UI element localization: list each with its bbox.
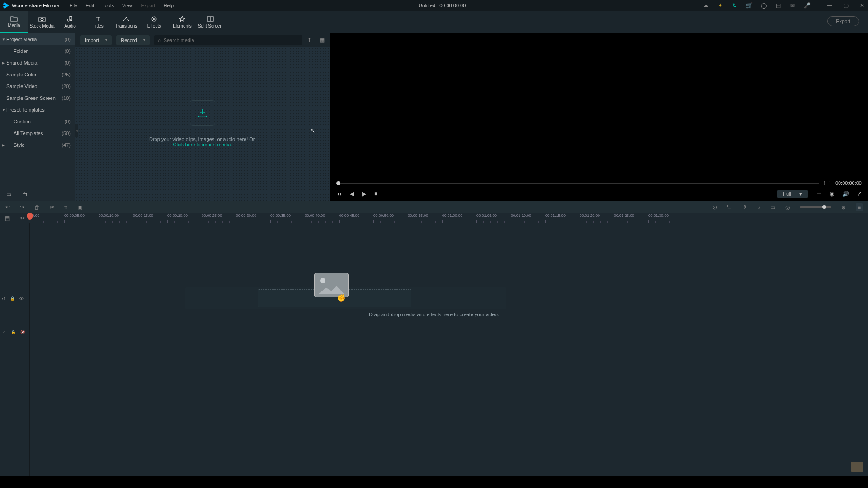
render-icon[interactable]: ⊙: [712, 204, 717, 211]
menu-view[interactable]: View: [122, 3, 133, 8]
tab-audio[interactable]: Audio: [56, 11, 84, 33]
expand-arrow-icon[interactable]: ▼: [2, 108, 5, 112]
record-button[interactable]: Record▾: [116, 35, 149, 45]
zoom-slider[interactable]: [800, 206, 831, 208]
crop-icon[interactable]: ⌗: [64, 204, 67, 211]
menu-tools[interactable]: Tools: [102, 3, 114, 8]
expand-arrow-icon[interactable]: ▶: [2, 143, 5, 147]
sidebar-item[interactable]: Folder(0): [0, 45, 75, 57]
timeline-settings-icon[interactable]: ≡: [856, 203, 863, 211]
expand-arrow-icon[interactable]: ▶: [2, 61, 5, 65]
ruler-subtick: [621, 221, 621, 223]
user-icon[interactable]: ◯: [760, 2, 767, 9]
expand-icon[interactable]: ⤢: [857, 191, 862, 197]
cart-icon[interactable]: 🛒: [746, 2, 752, 9]
lock-icon[interactable]: 🔒: [10, 296, 15, 301]
volume-icon[interactable]: 🔊: [842, 191, 849, 197]
voiceover-icon[interactable]: 🎙: [742, 204, 748, 211]
sidebar-item[interactable]: Sample Green Screen(10): [0, 92, 75, 104]
mixer-icon[interactable]: ♪: [758, 204, 760, 211]
speed-icon[interactable]: ▣: [77, 204, 82, 211]
cut-icon[interactable]: ✂: [50, 204, 54, 211]
magnet-icon[interactable]: ✂: [20, 215, 25, 221]
sidebar-item[interactable]: ▼Preset Templates: [0, 104, 75, 116]
menu-edit[interactable]: Edit: [85, 3, 94, 8]
snapshot-icon[interactable]: ◉: [830, 191, 834, 197]
sidebar-item[interactable]: Sample Color(25): [0, 69, 75, 80]
sidebar-item-count: (10): [61, 95, 71, 101]
ruler-subtick: [642, 221, 642, 223]
adjust-icon[interactable]: ▭: [770, 204, 775, 211]
zoom-fit-icon[interactable]: ⊕: [841, 204, 846, 211]
maximize-icon[interactable]: ▢: [843, 2, 849, 9]
tab-titles[interactable]: Titles: [84, 11, 112, 33]
play-back-icon[interactable]: ◀: [350, 191, 354, 197]
search-input-wrap[interactable]: ⌕: [154, 35, 302, 45]
refresh-icon[interactable]: ↻: [731, 2, 738, 9]
tab-transitions[interactable]: Transitions: [112, 11, 140, 33]
media-drop-area[interactable]: ◂ Drop your video clips, images, or audi…: [75, 47, 330, 201]
lock-icon[interactable]: 🔒: [11, 330, 16, 334]
ruler-subtick: [635, 221, 635, 223]
play-icon[interactable]: ▶: [362, 191, 366, 197]
search-input[interactable]: [164, 38, 299, 43]
video-track-header[interactable]: ▪1 🔒 👁: [2, 296, 24, 301]
sidebar-item[interactable]: ▼Project Media(0): [0, 33, 75, 45]
tab-stock-media[interactable]: Stock Media: [28, 11, 56, 33]
visibility-icon[interactable]: 👁: [19, 296, 24, 301]
scrubber-head-icon[interactable]: [336, 181, 340, 185]
close-icon[interactable]: ✕: [859, 2, 865, 9]
undo-icon[interactable]: ↶: [5, 204, 10, 211]
tab-split-screen[interactable]: Split Screen: [196, 11, 224, 33]
expand-arrow-icon[interactable]: ▼: [2, 38, 5, 42]
export-button[interactable]: Export: [827, 16, 859, 26]
new-bin-icon[interactable]: ▭: [6, 191, 11, 197]
grid-icon[interactable]: ▦: [320, 37, 325, 43]
prev-frame-icon[interactable]: ⏮: [336, 191, 342, 197]
tab-media[interactable]: Media: [0, 11, 28, 33]
sidebar-item[interactable]: All Templates(50): [0, 127, 75, 139]
note-icon[interactable]: ▤: [775, 2, 781, 9]
tab-effects[interactable]: Effects: [140, 11, 168, 33]
quality-select[interactable]: Full▾: [777, 190, 808, 198]
sidebar-item-label: Sample Video: [6, 84, 37, 89]
sidebar-item-label: All Templates: [14, 131, 43, 136]
mail-icon[interactable]: ✉: [789, 2, 796, 9]
audio-track-header[interactable]: ♪1 🔒 🔇: [2, 330, 25, 334]
delete-icon[interactable]: 🗑: [34, 204, 40, 211]
timeline-tracks[interactable]: ▪1 🔒 👁 ♪1 🔒 🔇 ✊ Drag and drop media and …: [0, 223, 868, 476]
bracket-right-icon[interactable]: }: [830, 181, 831, 185]
display-icon[interactable]: ▭: [816, 191, 821, 197]
tab-label: Media: [8, 23, 20, 28]
minimize-icon[interactable]: —: [826, 2, 833, 9]
ruler-subtick: [573, 221, 573, 223]
cloud-icon[interactable]: ☁: [703, 2, 709, 9]
tab-elements[interactable]: Elements: [168, 11, 196, 33]
sidebar-item[interactable]: Custom(0): [0, 116, 75, 127]
playhead[interactable]: [30, 213, 30, 476]
tab-label: Effects: [147, 23, 161, 28]
track-view-icon[interactable]: ▤: [5, 215, 10, 221]
mute-icon[interactable]: 🔇: [20, 330, 25, 334]
preview-timecode: 00:00:00:00: [835, 180, 862, 186]
sparkle-icon[interactable]: ✦: [717, 2, 723, 9]
ruler-tick: 00:00:50:00: [373, 213, 394, 218]
menu-file[interactable]: File: [70, 3, 78, 8]
filter-icon[interactable]: ⫛: [307, 37, 312, 43]
menu-help[interactable]: Help: [163, 3, 174, 8]
timeline-ruler[interactable]: 00:0000:00:05:0000:00:10:0000:00:15:0000…: [30, 213, 868, 223]
new-folder-icon[interactable]: 🗀: [22, 191, 28, 197]
redo-icon[interactable]: ↷: [20, 204, 24, 211]
mic-icon[interactable]: 🎤: [804, 2, 810, 9]
sidebar-item[interactable]: Sample Video(20): [0, 80, 75, 92]
import-button[interactable]: Import▾: [80, 35, 112, 45]
stop-icon[interactable]: ■: [374, 191, 377, 197]
preview-scrubber[interactable]: [336, 183, 819, 184]
record-dot-icon[interactable]: ◎: [785, 204, 790, 211]
sidebar-item[interactable]: ▶Shared Media(0): [0, 57, 75, 69]
bracket-left-icon[interactable]: {: [824, 181, 825, 185]
sidebar-item[interactable]: ▶Style(47): [0, 139, 75, 151]
marker-icon[interactable]: ⛉: [727, 204, 732, 211]
panel-collapse-handle[interactable]: ◂: [75, 124, 78, 137]
import-link[interactable]: Click here to import media.: [173, 142, 232, 147]
